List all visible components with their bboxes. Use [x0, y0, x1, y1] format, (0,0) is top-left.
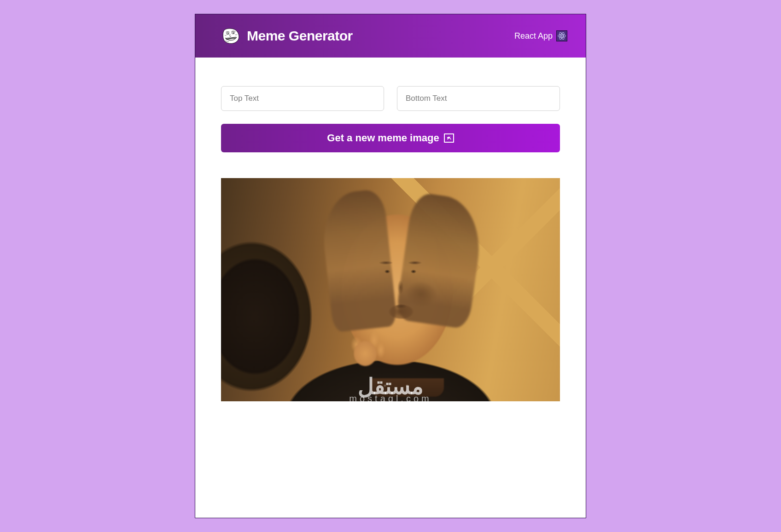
meme-face-detail [367, 245, 436, 333]
app-header: Meme Generator React App [195, 14, 586, 58]
header-left: Meme Generator [221, 26, 353, 46]
inputs-row [221, 86, 560, 111]
trollface-icon [221, 26, 240, 46]
app-card: Meme Generator React App Get a n [195, 14, 586, 518]
generate-meme-button[interactable]: Get a new meme image [221, 124, 560, 152]
svg-point-3 [233, 33, 234, 34]
header-tagline: React App [514, 31, 553, 41]
top-text-input[interactable] [221, 86, 384, 111]
meme-image: مستقل mostaql.com [221, 178, 560, 401]
app-title: Meme Generator [247, 28, 353, 44]
meme-collar-detail [370, 378, 444, 397]
generate-button-label: Get a new meme image [327, 132, 439, 144]
svg-point-2 [227, 33, 228, 34]
main-content: Get a new meme image مستقل mostaql.com [195, 58, 586, 401]
meme-preview: مستقل mostaql.com [221, 178, 560, 401]
header-right: React App [514, 30, 567, 41]
meme-hand-detail [340, 328, 395, 383]
svg-point-7 [561, 35, 563, 37]
bottom-text-input[interactable] [397, 86, 560, 111]
image-frame-icon [444, 133, 454, 143]
react-icon [556, 30, 567, 41]
